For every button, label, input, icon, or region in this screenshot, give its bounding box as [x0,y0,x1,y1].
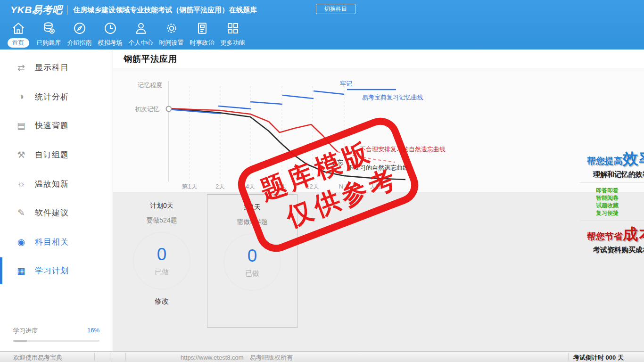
study-progress: 学习进度 16% [13,327,99,342]
clock-icon [103,21,118,36]
home-icon [11,21,26,36]
nav-item-intro-guide[interactable]: 介绍指南 [64,21,95,48]
done-count-label: 已做 [155,268,169,277]
x-tick: 12天 [306,183,319,190]
sidebar-item-statistics[interactable]: ◑ 统计分析 [0,82,113,112]
forget-label: 遗忘 [331,159,344,166]
study-progress-value: 16% [87,327,99,335]
memory-curve-panel: 记忆程度 初次记忆 牢记 易考宝典复习记忆曲线 不合理安排复习的自然遗忘曲线 遗… [113,68,644,192]
plan-days: 计划0天 [119,193,205,210]
app-window: YKB易考吧 住房城乡建设领域专业技能考试（钢筋平法应用）在线题库 切换科目 首… [0,0,644,362]
no-review-curve-label: 不复习的自然遗忘曲线 [347,164,409,171]
swap-arrows-icon: ⇄ [15,62,27,73]
page-title: 钢筋平法应用 [124,53,177,65]
done-count: 0 [248,247,257,265]
x-tick: 第1天 [182,183,197,190]
promo-list-item: 复习便捷 [596,209,644,217]
flashcard-icon: ▤ [15,120,27,131]
main-nav: 首页 已购题库 介绍指南 模拟考场 [3,21,248,48]
promo-list-item: 智能阅卷 [596,194,644,202]
review-segment [314,91,344,94]
promo-row-cost: 帮您节省成本 考试资料购买成本 一年免费升级 一本书的价格 多本书的精髓 [580,220,644,258]
switch-subject-button[interactable]: 切换科目 [316,4,355,14]
done-count-label: 已做 [245,269,259,278]
sidebar-item-custom-quiz[interactable]: ⚒ 自订组题 [0,140,113,170]
sidebar-item-software-feedback[interactable]: ✎ 软件建议 [0,198,113,228]
pie-chart-icon: ◑ [15,91,27,102]
gear-icon [164,21,179,36]
subject-badge-icon: ◉ [15,237,27,247]
x-tick: 7天 [277,183,287,190]
series-bad-review-curve [169,108,338,152]
study-progress-label: 学习进度 [13,327,38,335]
brand-row: YKB易考吧 住房城乡建设领域专业技能考试（钢筋平法应用）在线题库 [10,3,257,17]
progress-bar-fill [13,340,27,342]
review-curve-label: 易考宝典复习记忆曲线 [362,94,423,101]
sidebar-menu: ⇄ 显示科目 ◑ 统计分析 ▤ 快速背题 ⚒ 自订组题 ☼ 温故知新 ✎ 软件建… [0,53,113,286]
plan-todo: 需做524题 [207,218,297,226]
done-count-circle: 0 已做 [133,232,190,289]
status-bar: 欢迎使用易考宝典 https://www.etest8.com－易考吧版权所有 … [0,351,644,362]
modify-plan-button[interactable]: 修改 [155,297,169,306]
promo-time-list: 即答即看 智能阅卷 试题收藏 复习便捷 [580,187,644,217]
tools-icon: ⚒ [15,149,27,160]
status-divider [94,353,95,361]
promo-cost-headline: 帮您节省成本 考试资料购买成本 [580,224,644,255]
app-logo: YKB易考吧 [10,3,62,16]
sidebar-item-study-plan[interactable]: ▦ 学习计划 [0,256,113,286]
review-segment [218,106,251,109]
promo-efficiency-headline: 帮您提高效率 理解和记忆的效率 [580,148,644,179]
person-icon [133,21,149,36]
sidebar: ⇄ 显示科目 ◑ 统计分析 ▤ 快速背题 ⚒ 自订组题 ☼ 温故知新 ✎ 软件建… [0,49,113,351]
brand-divider [67,5,67,15]
sidebar-item-review-old[interactable]: ☼ 温故知新 [0,169,113,198]
initial-memory-marker [166,107,172,112]
news-icon [195,21,210,36]
review-segment [282,95,314,99]
plan-days: 第1天 [207,195,297,212]
plan-card-overview[interactable]: 计划0天 要做524题 0 已做 修改 [119,193,205,330]
x-tick: N天 [339,183,349,190]
review-segment [250,102,282,104]
promo-list-item: 即答即看 [596,187,644,194]
x-tick: 2天 [215,183,225,190]
nav-item-personal-center[interactable]: 个人中心 [125,21,156,48]
plan-card-day1[interactable]: 第1天 需做524题 0 已做 [207,194,297,328]
plan-todo: 要做524题 [119,216,205,225]
planner-icon: ▦ [15,265,27,276]
compass-icon [72,21,87,36]
done-count-circle: 0 已做 [223,233,281,291]
nav-item-time-settings[interactable]: 时间设置 [156,21,187,48]
promo-row-efficiency: 帮您提高效率 理解和记忆的效率 模拟考场 强化训练 艾宾浩斯记忆法 错题重做 [580,145,644,182]
nav-item-mock-exam[interactable]: 模拟考场 [95,21,125,48]
header: YKB易考吧 住房城乡建设领域专业技能考试（钢筋平法应用）在线题库 切换科目 首… [0,0,644,49]
welcome-message: 欢迎使用易考宝典 [13,354,62,362]
promo-list-item: 试题收藏 [596,202,644,209]
initial-memory-label: 初次记忆 [135,106,159,113]
retain-label: 牢记 [340,80,352,87]
status-divider [110,353,110,361]
promo-panel: 帮您提高效率 理解和记忆的效率 模拟考场 强化训练 艾宾浩斯记忆法 错题重做 即… [580,145,644,259]
bad-review-curve-label: 不合理安排复习的自然遗忘曲线 [360,146,446,153]
nav-item-more-functions[interactable]: 更多功能 [217,21,248,48]
sidebar-item-quick-memorize[interactable]: ▤ 快速背题 [0,111,113,140]
progress-bar [13,340,99,342]
y-axis-label: 记忆程度 [138,82,162,89]
nav-item-current-politics[interactable]: 时事政治 [187,21,217,48]
sidebar-item-subject-related[interactable]: ◉ 科目相关 [0,228,113,257]
promo-row-time: 即答即看 智能阅卷 试题收藏 复习便捷 帮您节约时间 答题速度复习时间 [580,182,644,220]
edit-note-icon: ✎ [15,207,27,218]
sidebar-item-show-subjects[interactable]: ⇄ 显示科目 [0,53,113,82]
grid-icon [225,21,240,36]
x-axis-title: 天数 [370,183,382,190]
x-axis-ticks: 第1天 2天 4天 7天 12天 N天 天数 [182,183,382,190]
app-title: 住房城乡建设领域专业技能考试（钢筋平法应用）在线题库 [73,6,257,15]
status-divider [568,353,569,361]
nav-item-home[interactable]: 首页 [3,21,33,48]
nav-item-purchased-banks[interactable]: 已购题库 [33,21,64,48]
exam-countdown: 考试倒计时 000 天 [573,354,624,362]
memory-curve-chart: 记忆程度 初次记忆 牢记 易考宝典复习记忆曲线 不合理安排复习的自然遗忘曲线 遗… [113,68,644,192]
x-tick: 4天 [246,183,255,190]
series-bad-review-curve-dashed-tail [338,152,395,162]
copyright-text: https://www.etest8.com－易考吧版权所有 [181,354,293,362]
